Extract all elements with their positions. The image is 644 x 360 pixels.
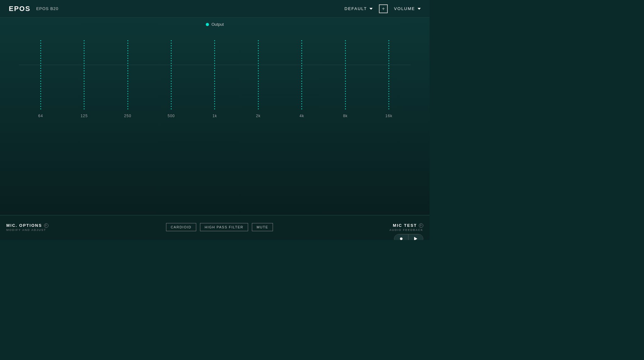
eq-dot [84,45,85,46]
eq-dot [214,55,215,56]
eq-band-label: 2k [256,114,261,118]
eq-band-1k[interactable]: 1k [202,40,227,118]
eq-dot [127,101,128,102]
eq-dot [84,81,85,82]
mic-buttons-center: CARDIOID HIGH PASS FILTER MUTE [72,221,367,234]
eq-dot [301,103,302,104]
eq-dot [258,70,259,71]
main-content: Output 641252505001k2k4k8k16k [0,18,430,215]
eq-dot [388,86,389,87]
eq-dot [388,108,389,109]
eq-area: 641252505001k2k4k8k16k [19,18,411,118]
volume-dropdown[interactable]: VOLUME [394,6,421,11]
eq-dot [127,103,128,104]
mic-options-section: MIC. OPTIONS ? MODIFY AND ADJUST CARDIOI… [0,215,430,240]
eq-band-4k[interactable]: 4k [289,40,314,118]
eq-dot [345,91,346,92]
eq-dot [214,83,215,84]
eq-dot [258,83,259,84]
eq-dot [171,81,172,82]
high-pass-filter-button[interactable]: HIGH PASS FILTER [200,223,248,231]
eq-dot [301,40,302,41]
eq-dot [301,93,302,94]
eq-dot [258,45,259,46]
mic-options-help-button[interactable]: ? [44,223,48,228]
mic-test-help-button[interactable]: ? [419,223,423,228]
eq-dot [171,48,172,49]
mic-options-title: MIC. OPTIONS ? [6,223,66,228]
eq-dot [301,73,302,74]
eq-dot [258,55,259,56]
mic-test-play-button[interactable] [408,234,423,240]
eq-dot [214,106,215,107]
eq-dot [258,96,259,97]
eq-dot [127,78,128,79]
eq-dot [40,96,41,97]
eq-dot [171,86,172,87]
eq-dot [214,103,215,104]
eq-dot [40,70,41,71]
eq-dot [40,43,41,44]
device-name: EPOS B20 [36,6,58,11]
eq-dot [258,40,259,41]
eq-dot [388,73,389,74]
add-preset-button[interactable]: + [379,4,388,13]
eq-dot [258,50,259,51]
eq-dot [301,68,302,69]
eq-band-250[interactable]: 250 [115,40,140,118]
eq-dot [171,58,172,59]
eq-dot [388,83,389,84]
cardioid-button[interactable]: CARDIOID [166,223,196,231]
eq-dot [345,83,346,84]
eq-dot [40,63,41,64]
eq-dot [301,78,302,79]
eq-dot [345,108,346,109]
eq-dot [345,96,346,97]
mute-button[interactable]: MUTE [252,223,273,231]
eq-band-500[interactable]: 500 [159,40,184,118]
eq-dot [301,63,302,64]
eq-band-125[interactable]: 125 [72,40,97,118]
eq-dot [171,75,172,76]
eq-band-64[interactable]: 64 [28,40,53,118]
eq-band-2k[interactable]: 2k [246,40,271,118]
eq-dot [40,45,41,46]
eq-dot [388,106,389,107]
eq-dot [388,58,389,59]
eq-dot [127,65,128,66]
eq-dot [214,50,215,51]
eq-dot [214,60,215,61]
header: EPOS EPOS B20 DEFAULT + VOLUME [0,0,430,18]
eq-dot [84,93,85,94]
eq-dot [171,98,172,99]
mic-test-record-button[interactable] [394,234,408,240]
eq-dot [258,106,259,107]
eq-dot [214,63,215,64]
eq-dot [301,58,302,59]
eq-dot [171,93,172,94]
eq-dot [388,93,389,94]
eq-dot [84,86,85,87]
eq-dot [258,103,259,104]
eq-band-8k[interactable]: 8k [333,40,358,118]
eq-dot [127,50,128,51]
eq-dot [345,40,346,41]
eq-dot [171,73,172,74]
eq-dot [127,98,128,99]
eq-dot [127,53,128,54]
eq-dot [84,88,85,89]
eq-dot [258,53,259,54]
eq-band-16k[interactable]: 16k [376,40,402,118]
eq-dot [388,60,389,61]
eq-dot [84,83,85,84]
eq-dot [258,60,259,61]
eq-dot [301,88,302,89]
eq-dot [388,68,389,69]
eq-dot [127,106,128,107]
volume-label: VOLUME [394,6,415,11]
eq-dot [214,43,215,44]
eq-dot [40,88,41,89]
preset-dropdown[interactable]: DEFAULT [345,6,373,11]
eq-dot [171,106,172,107]
eq-dot [84,63,85,64]
